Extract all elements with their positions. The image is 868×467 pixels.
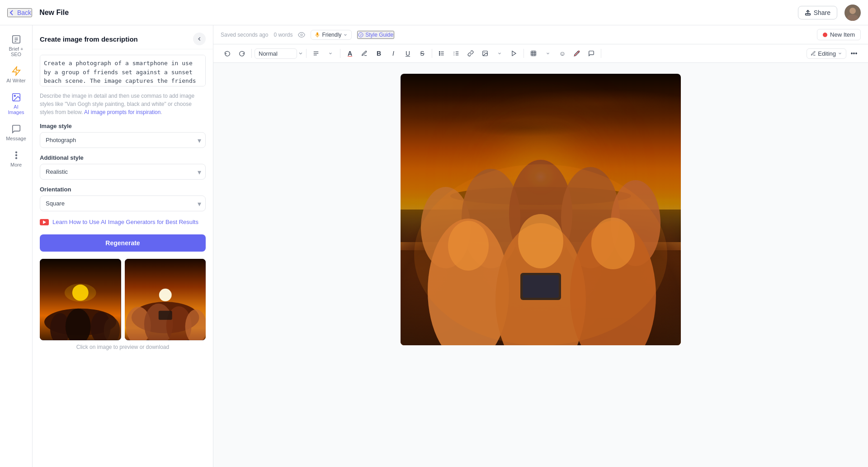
- bold-button[interactable]: B: [372, 47, 386, 60]
- sidebar-item-label-aiimages: AI Images: [5, 104, 27, 115]
- font-color-button[interactable]: A: [343, 47, 357, 60]
- link-button[interactable]: [464, 47, 477, 60]
- panel-title: Create image from description: [40, 35, 138, 43]
- divider-6: [601, 49, 601, 58]
- new-item-button[interactable]: New Item: [817, 29, 861, 40]
- editor-area: Saved seconds ago 0 words Friendly: [213, 25, 868, 467]
- underline-button[interactable]: U: [401, 47, 415, 60]
- bullet-list-button[interactable]: [435, 47, 448, 60]
- svg-rect-4: [12, 36, 20, 43]
- page-title: New File: [39, 9, 69, 17]
- share-button[interactable]: Share: [798, 6, 837, 19]
- svg-point-2: [849, 8, 856, 14]
- orientation-select[interactable]: Square Landscape Portrait: [40, 195, 206, 211]
- table-button[interactable]: [527, 47, 540, 60]
- sidebar-item-brief-seo[interactable]: Brief + SEO: [3, 31, 30, 61]
- divider-4: [432, 49, 432, 58]
- divider-1: [251, 49, 252, 58]
- editor-content: [213, 63, 868, 467]
- icon-sidebar: Brief + SEO AI Writer AI Images Message: [0, 25, 33, 467]
- thumbnails-grid: [40, 259, 206, 340]
- topbar: Back New File Share: [0, 0, 868, 25]
- highlight-button[interactable]: [358, 47, 371, 60]
- youtube-icon: [40, 219, 49, 225]
- sidebar-item-ai-images[interactable]: AI Images: [3, 89, 30, 119]
- svg-rect-72: [523, 275, 559, 298]
- svg-point-11: [15, 152, 17, 153]
- svg-rect-29: [158, 311, 172, 320]
- sidebar-item-label-brief: Brief + SEO: [5, 46, 27, 57]
- italic-button[interactable]: I: [387, 47, 400, 60]
- svg-point-39: [439, 52, 440, 52]
- sidebar-item-ai-writer[interactable]: AI Writer: [3, 62, 30, 87]
- play-button[interactable]: [507, 47, 521, 60]
- word-count: 0 words: [274, 32, 292, 38]
- emoji-button[interactable]: ☺: [556, 47, 569, 60]
- svg-point-23: [159, 289, 171, 301]
- format-toolbar: Normal Heading 1 Heading 2 Heading 3 A B…: [213, 44, 868, 63]
- style-guide-icon: [358, 32, 363, 38]
- image-style-wrapper: Photograph Illustration 3D Render Sketch…: [40, 132, 206, 148]
- numbered-list-button[interactable]: 123: [449, 47, 463, 60]
- table-chevron-button[interactable]: [541, 47, 555, 60]
- paragraph-style-select[interactable]: Normal Heading 1 Heading 2 Heading 3: [255, 48, 297, 59]
- sidebar-item-label-message: Message: [6, 136, 26, 141]
- friendly-chevron-icon: [343, 33, 348, 37]
- side-panel: Create image from description Create a p…: [33, 25, 213, 467]
- style-guide-button[interactable]: Style Guide: [357, 31, 394, 39]
- pencil-icon: [811, 51, 816, 56]
- divider-2: [306, 49, 307, 58]
- main-layout: Brief + SEO AI Writer AI Images Message: [0, 25, 868, 467]
- divider-3: [340, 49, 340, 58]
- editor-canvas: [401, 74, 681, 456]
- sidebar-item-label-more: More: [10, 162, 22, 167]
- svg-point-30: [301, 34, 302, 36]
- thumbnail-1[interactable]: [40, 259, 121, 340]
- panel-header: Create image from description: [33, 25, 213, 49]
- back-button[interactable]: Back: [7, 8, 32, 17]
- align-chevron-button[interactable]: [324, 47, 337, 60]
- svg-point-40: [439, 53, 440, 54]
- hint-text: Describe the image in detail and then us…: [40, 92, 206, 116]
- svg-text:3: 3: [453, 54, 454, 56]
- sidebar-item-more[interactable]: More: [3, 147, 30, 171]
- generated-image[interactable]: [401, 74, 681, 345]
- svg-point-49: [484, 52, 485, 53]
- svg-point-10: [14, 95, 15, 96]
- image-style-label: Image style: [40, 123, 206, 129]
- panel-body: Create a photograph of a smartphone in u…: [33, 49, 213, 467]
- orientation-label: Orientation: [40, 186, 206, 193]
- redo-button[interactable]: [235, 47, 249, 60]
- divider-5: [524, 49, 524, 58]
- svg-point-41: [439, 55, 440, 56]
- editing-button[interactable]: Editing: [807, 48, 846, 59]
- svg-line-57: [574, 51, 580, 56]
- media-chevron-button[interactable]: [493, 47, 506, 60]
- strikethrough-button[interactable]: S: [415, 47, 429, 60]
- more-options-button[interactable]: •••: [847, 47, 861, 60]
- crowd-svg: [401, 74, 681, 345]
- additional-style-select[interactable]: Realistic Abstract Vintage Minimalist Dr…: [40, 164, 206, 180]
- toolbar-left-info: Saved seconds ago 0 words Friendly: [221, 30, 394, 40]
- additional-style-wrapper: Realistic Abstract Vintage Minimalist Dr…: [40, 164, 206, 180]
- friendly-button[interactable]: Friendly: [311, 30, 352, 40]
- align-button[interactable]: [309, 47, 323, 60]
- image-style-select[interactable]: Photograph Illustration 3D Render Sketch…: [40, 132, 206, 148]
- svg-point-12: [15, 155, 17, 156]
- thumbnail-2[interactable]: [125, 259, 206, 340]
- click-hint: Click on image to preview or download: [40, 344, 206, 350]
- toolbar-info-row: Saved seconds ago 0 words Friendly: [213, 25, 868, 44]
- inspiration-link[interactable]: AI image prompts for inspiration: [84, 109, 160, 115]
- undo-button[interactable]: [221, 47, 234, 60]
- media-button[interactable]: [478, 47, 492, 60]
- sidebar-item-message[interactable]: Message: [3, 120, 30, 145]
- svg-point-13: [15, 157, 17, 159]
- regenerate-button[interactable]: Regenerate: [40, 234, 206, 252]
- additional-style-label: Additional style: [40, 154, 206, 161]
- learn-link[interactable]: Learn How to Use AI Image Generators for…: [40, 219, 206, 225]
- panel-collapse-button[interactable]: [193, 33, 206, 45]
- avatar[interactable]: [844, 5, 861, 21]
- description-textarea[interactable]: Create a photograph of a smartphone in u…: [40, 55, 206, 86]
- comment-button[interactable]: [585, 47, 598, 60]
- clear-format-button[interactable]: [570, 47, 584, 60]
